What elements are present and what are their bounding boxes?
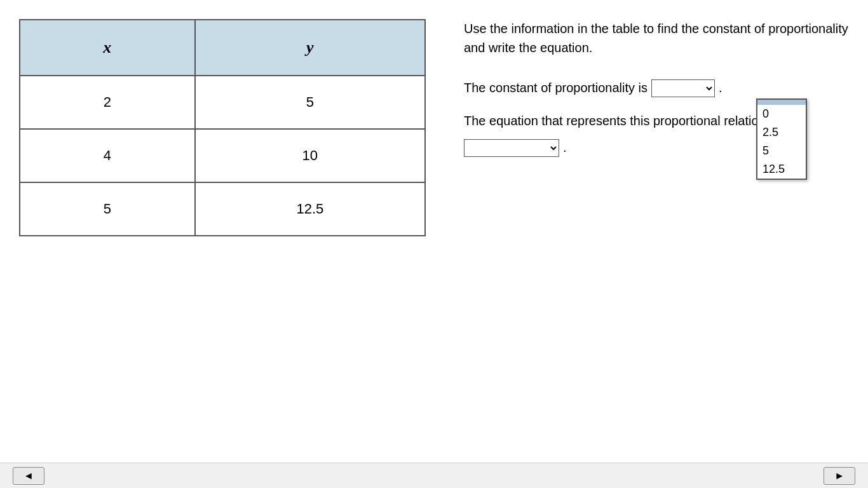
table-cell-y: 12.5 (195, 182, 425, 236)
main-content: x y 25410512.5 Use the information in th… (0, 0, 868, 249)
prev-button[interactable]: ◄ (13, 467, 44, 485)
table-cell-x: 2 (20, 76, 195, 129)
table-cell-y: 10 (195, 129, 425, 182)
equation-select[interactable]: y = 2.5xy = 5xy = 0xy = 12.5x (464, 139, 559, 157)
table-row: 512.5 (20, 182, 425, 236)
dropdown-list: 0 2.5 5 12.5 (756, 98, 807, 180)
dropdown-item-0[interactable]: 0 (757, 105, 806, 123)
question1-line: The constant of proportionality is 02.55… (464, 76, 849, 99)
table-cell-y: 5 (195, 76, 425, 129)
data-table: x y 25410512.5 (19, 19, 426, 236)
table-row: 410 (20, 129, 425, 182)
next-button[interactable]: ► (824, 467, 855, 485)
col-header-y: y (195, 20, 425, 76)
question1-suffix: . (719, 76, 722, 99)
instruction-text: Use the information in the table to find… (464, 19, 849, 57)
question1-prefix: The constant of proportionality is (464, 76, 648, 99)
table-container: x y 25410512.5 (19, 19, 426, 236)
table-cell-x: 5 (20, 182, 195, 236)
dropdown-selected-item[interactable] (757, 100, 806, 105)
dropdown-item-2.5[interactable]: 2.5 (757, 123, 806, 142)
question2-suffix: . (563, 136, 567, 159)
const-proportionality-select[interactable]: 02.5512.5 (651, 79, 715, 97)
table-cell-x: 4 (20, 129, 195, 182)
select-const-container[interactable]: 02.5512.5 (651, 76, 715, 99)
table-row: 25 (20, 76, 425, 129)
bottom-bar: ◄ ► (0, 463, 868, 488)
question2-prefix: The equation that represents this propor… (464, 109, 801, 132)
dropdown-open: 0 2.5 5 12.5 (756, 98, 807, 180)
dropdown-item-5[interactable]: 5 (757, 142, 806, 160)
col-header-x: x (20, 20, 195, 76)
select-eq-container[interactable]: y = 2.5xy = 5xy = 0xy = 12.5x (464, 136, 559, 159)
dropdown-item-12.5[interactable]: 12.5 (757, 160, 806, 179)
